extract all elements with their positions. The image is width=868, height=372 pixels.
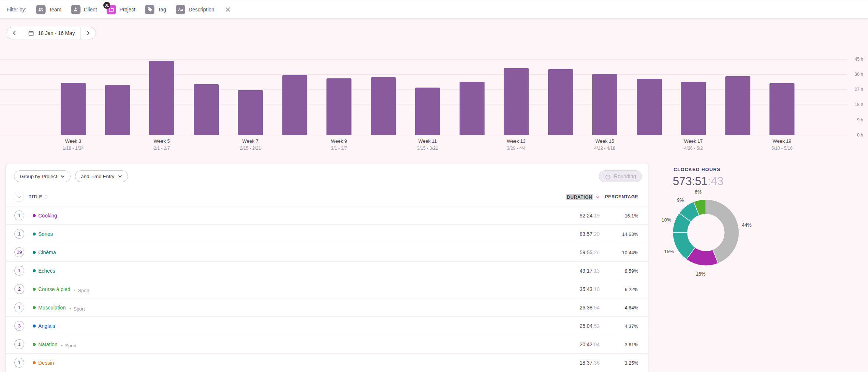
project-name[interactable]: MusculationSport	[38, 305, 85, 312]
filter-item-team[interactable]: Team	[36, 5, 61, 14]
column-header-duration[interactable]: DURATION	[566, 194, 600, 200]
clocked-hours-seconds: 43	[711, 175, 723, 188]
entry-count-badge[interactable]: 1	[14, 302, 24, 312]
rounding-button[interactable]: Rounding	[599, 170, 642, 182]
project-color-dot	[33, 251, 36, 254]
project-name[interactable]: Cooking	[38, 213, 57, 219]
table-row[interactable]: 1Echecs49:17:138.59%	[6, 261, 649, 280]
table-row[interactable]: 29Cinéma59:55:2610.44%	[6, 243, 649, 261]
y-axis-tick-label: 0 h	[841, 132, 863, 138]
chart-bar[interactable]	[105, 85, 130, 135]
table-row[interactable]: 1Séries83:57:2014.63%	[6, 224, 649, 243]
donut-segment-label: 6%	[694, 189, 701, 195]
chart-bar[interactable]	[61, 83, 86, 135]
calendar-icon	[28, 30, 34, 36]
table-row[interactable]: 1Cooking92:24:1916.1%	[6, 206, 649, 224]
chart-bar[interactable]	[326, 78, 351, 135]
chart-bar[interactable]	[725, 76, 750, 135]
chart-bar[interactable]	[504, 68, 529, 135]
filter-item-client[interactable]: Client	[71, 5, 97, 14]
chevron-down-icon	[17, 195, 21, 199]
chevron-left-icon	[12, 31, 17, 35]
entry-count-badge[interactable]: 2	[14, 284, 24, 294]
entry-count-badge[interactable]: 1	[14, 358, 24, 368]
chart-bar[interactable]	[548, 69, 573, 135]
table-row[interactable]: 1NatationSport20:42:043.61%	[6, 335, 649, 353]
donut-segment-label: 44%	[742, 222, 751, 227]
person-icon	[71, 5, 81, 14]
filter-item-label: Description	[189, 7, 214, 13]
entry-count-badge[interactable]: 1	[14, 229, 24, 239]
chart-bar[interactable]	[238, 90, 263, 135]
project-color-dot	[33, 288, 36, 291]
donut-segment-label: 9%	[677, 197, 684, 202]
table-row[interactable]: 1MusculationSport26:38:544.64%	[6, 298, 649, 316]
project-name[interactable]: Echecs	[38, 268, 55, 274]
chart-gridline	[0, 135, 847, 135]
project-name[interactable]: Course à piedSport	[38, 286, 89, 293]
expand-all-button[interactable]	[14, 192, 24, 202]
project-name[interactable]: Anglais	[38, 323, 55, 329]
duration-value: 20:42:04	[579, 341, 600, 347]
project-client-tag: Sport	[69, 306, 85, 312]
project-color-dot	[33, 361, 36, 364]
project-name[interactable]: Cinéma	[38, 249, 56, 255]
duration-value: 25:04:52	[579, 323, 600, 329]
week-range: 3/1 - 3/7	[306, 146, 372, 151]
y-axis-tick-label: 27 h	[841, 87, 863, 92]
table-row[interactable]: 1Dessin18:37:363.25%	[6, 353, 649, 372]
chart-bar[interactable]	[460, 82, 485, 135]
chart-bar[interactable]	[769, 83, 794, 135]
entry-count-badge[interactable]: 1	[14, 210, 24, 220]
entry-count-badge[interactable]: 1	[14, 339, 24, 349]
project-name[interactable]: Dessin	[38, 360, 54, 366]
sort-icon	[44, 194, 48, 199]
group-by-select[interactable]: Group by Project	[14, 170, 71, 182]
y-axis-tick-label: 36 h	[841, 72, 863, 77]
subgroup-by-select[interactable]: and Time Entry	[75, 170, 128, 182]
week-range: 5/10 - 5/16	[749, 146, 815, 151]
project-name[interactable]: NatationSport	[38, 341, 76, 348]
chart-bar[interactable]	[415, 88, 440, 135]
entry-count-badge[interactable]: 29	[14, 247, 24, 257]
filter-item-project[interactable]: 31Project	[107, 5, 136, 14]
report-table-card: Group by Project and Time Entry Rounding…	[6, 164, 649, 372]
chart-bar[interactable]	[592, 74, 617, 135]
chart-bar[interactable]	[282, 75, 307, 135]
week-title: Week 3	[40, 138, 106, 144]
project-color-dot	[33, 233, 36, 235]
duration-value: 83:57:20	[579, 231, 600, 237]
subgroup-by-label: and Time Entry	[81, 174, 114, 179]
table-row[interactable]: 3Anglais25:04:524.37%	[6, 316, 649, 335]
filter-item-tag[interactable]: Tag	[145, 5, 166, 14]
project-name[interactable]: Séries	[38, 231, 53, 237]
x-axis-week-label: Week 11 3/15 - 3/21	[394, 138, 461, 151]
percentage-value: 6.22%	[625, 287, 638, 292]
y-axis-tick-label: 18 h	[841, 102, 863, 107]
date-range-picker[interactable]: 18 Jan - 16 May	[22, 27, 81, 39]
percentage-value: 16.1%	[625, 213, 638, 219]
close-icon[interactable]	[225, 7, 231, 12]
chart-bar[interactable]	[637, 79, 662, 135]
rounding-label: Rounding	[614, 173, 636, 179]
week-range: 2/1 - 2/7	[129, 146, 195, 151]
filter-item-description[interactable]: AaDescription	[176, 5, 214, 14]
entry-count-badge[interactable]: 3	[14, 321, 24, 331]
entry-count-badge[interactable]: 1	[14, 266, 24, 276]
next-period-button[interactable]	[81, 27, 96, 39]
chart-bar[interactable]	[371, 77, 396, 135]
text-icon: Aa	[176, 5, 185, 14]
chart-bar[interactable]	[149, 61, 174, 135]
chart-bar[interactable]	[194, 84, 219, 135]
column-header-percentage[interactable]: PERCENTAGE	[605, 194, 638, 199]
table-row[interactable]: 2Course à piedSport35:43:106.22%	[6, 280, 649, 298]
chart-bar[interactable]	[681, 82, 706, 135]
week-title: Week 17	[660, 138, 726, 144]
previous-period-button[interactable]	[7, 27, 22, 39]
filter-item-label: Project	[119, 7, 136, 13]
duration-value: 26:38:54	[579, 305, 600, 311]
tag-icon	[145, 5, 154, 14]
duration-value: 35:43:10	[579, 286, 600, 292]
week-range: 4/26 - 5/2	[660, 146, 726, 151]
column-header-title[interactable]: TITLE	[29, 194, 48, 199]
